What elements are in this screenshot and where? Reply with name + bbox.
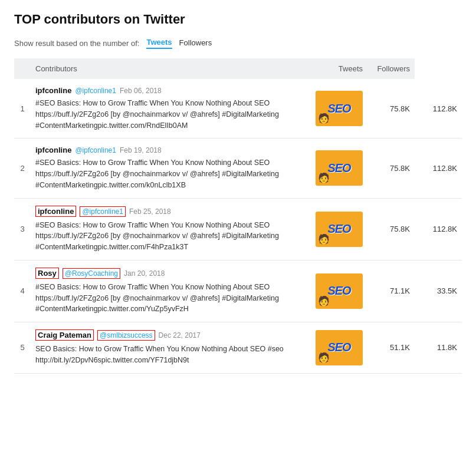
table-row: 5Craig Pateman@smlbizsuccessDec 22, 2017… xyxy=(14,322,462,374)
seo-label: SEO xyxy=(327,161,350,175)
tweet-thumbnail: 🧑SEO xyxy=(316,150,363,186)
content-cell: Rosy@RosyCoachingJan 20, 2018#SEO Basics… xyxy=(31,260,311,322)
tweets-count: 75.8K xyxy=(367,139,415,198)
seo-label: SEO xyxy=(327,222,350,236)
tweet-image-cell: 🧑SEO xyxy=(311,79,367,139)
table-row: 4Rosy@RosyCoachingJan 20, 2018#SEO Basic… xyxy=(14,260,462,322)
followers-count: 112.8K xyxy=(415,198,462,260)
content-cell: ipfconline@ipfconline1Feb 25, 2018#SEO B… xyxy=(31,198,311,260)
figure-icon: 🧑 xyxy=(318,113,330,124)
contributors-table: Contributors Tweets Followers 1ipfconlin… xyxy=(14,58,462,374)
tweet-date: Feb 06, 2018 xyxy=(120,87,162,95)
tweet-text: #SEO Basics: How to Grow Traffic When Yo… xyxy=(35,282,306,315)
table-row: 3ipfconline@ipfconline1Feb 25, 2018#SEO … xyxy=(14,198,462,260)
tweet-date: Jan 20, 2018 xyxy=(124,269,165,278)
seo-label: SEO xyxy=(327,284,350,298)
figure-icon: 🧑 xyxy=(318,172,330,183)
header-contributors: Contributors xyxy=(31,58,311,79)
content-cell: Craig Pateman@smlbizsuccessDec 22, 2017S… xyxy=(31,322,311,374)
tweets-count: 75.8K xyxy=(367,79,415,139)
followers-count: 112.8K xyxy=(415,139,462,198)
tweet-text: #SEO Basics: How to Grow Traffic When Yo… xyxy=(35,157,306,190)
tweet-handle[interactable]: @ipfconline1 xyxy=(75,146,116,154)
tweet-text: #SEO Basics: How to Grow Traffic When Yo… xyxy=(35,98,306,131)
tweet-image-cell: 🧑SEO xyxy=(311,198,367,260)
seo-label: SEO xyxy=(327,341,350,354)
rank-cell: 4 xyxy=(14,260,31,322)
tweet-handle[interactable]: @smlbizsuccess xyxy=(97,330,155,341)
tweet-thumbnail: 🧑SEO xyxy=(316,330,363,365)
tweet-handle[interactable]: @RosyCoaching xyxy=(63,268,120,279)
header-followers: Followers xyxy=(367,58,415,79)
rank-cell: 3 xyxy=(14,198,31,260)
tweet-date: Feb 19, 2018 xyxy=(120,146,162,154)
page-title: TOP contributors on Twitter xyxy=(14,12,462,27)
table-row: 2ipfconline@ipfconline1Feb 19, 2018#SEO … xyxy=(14,139,462,198)
header-rank xyxy=(14,58,31,79)
tweet-handle[interactable]: @ipfconline1 xyxy=(75,87,116,95)
seo-label: SEO xyxy=(327,102,350,116)
filter-bar: Show result based on the number of: Twee… xyxy=(14,38,462,49)
tweet-username[interactable]: ipfconline xyxy=(35,146,71,154)
header-tweets: Tweets xyxy=(311,58,367,79)
tweet-username[interactable]: ipfconline xyxy=(35,86,71,95)
followers-count: 33.5K xyxy=(415,260,462,322)
figure-icon: 🧑 xyxy=(318,233,330,245)
tweet-username[interactable]: ipfconline xyxy=(35,206,76,217)
table-row: 1ipfconline@ipfconline1Feb 06, 2018#SEO … xyxy=(14,79,462,139)
tweets-count: 71.1K xyxy=(367,260,415,322)
figure-icon: 🧑 xyxy=(318,352,330,363)
tweet-thumbnail: 🧑SEO xyxy=(316,273,363,309)
content-cell: ipfconline@ipfconline1Feb 06, 2018#SEO B… xyxy=(31,79,311,139)
tweet-image-cell: 🧑SEO xyxy=(311,139,367,198)
tweet-text: #SEO Basics: How to Grow Traffic When Yo… xyxy=(35,220,306,253)
tweet-image-cell: 🧑SEO xyxy=(311,260,367,322)
tweet-text: SEO Basics: How to Grow Traffic When You… xyxy=(35,344,306,366)
tweet-image-cell: 🧑SEO xyxy=(311,322,367,374)
tweets-count: 51.1K xyxy=(367,322,415,374)
rank-cell: 2 xyxy=(14,139,31,198)
rank-cell: 1 xyxy=(14,79,31,139)
tab-tweets[interactable]: Tweets xyxy=(146,38,172,49)
tweet-handle[interactable]: @ipfconline1 xyxy=(80,206,126,217)
rank-cell: 5 xyxy=(14,322,31,374)
tweet-thumbnail: 🧑SEO xyxy=(316,91,363,126)
followers-count: 112.8K xyxy=(415,79,462,139)
tweets-count: 75.8K xyxy=(367,198,415,260)
tweet-username[interactable]: Craig Pateman xyxy=(35,329,94,341)
tweet-date: Feb 25, 2018 xyxy=(129,207,171,216)
figure-icon: 🧑 xyxy=(318,295,330,306)
tweet-username[interactable]: Rosy xyxy=(35,268,59,279)
tweet-thumbnail: 🧑SEO xyxy=(316,212,363,247)
tweet-date: Dec 22, 2017 xyxy=(159,331,201,339)
tab-followers[interactable]: Followers xyxy=(179,38,212,48)
followers-count: 11.8K xyxy=(415,322,462,374)
filter-label: Show result based on the number of: xyxy=(14,39,139,48)
content-cell: ipfconline@ipfconline1Feb 19, 2018#SEO B… xyxy=(31,139,311,198)
